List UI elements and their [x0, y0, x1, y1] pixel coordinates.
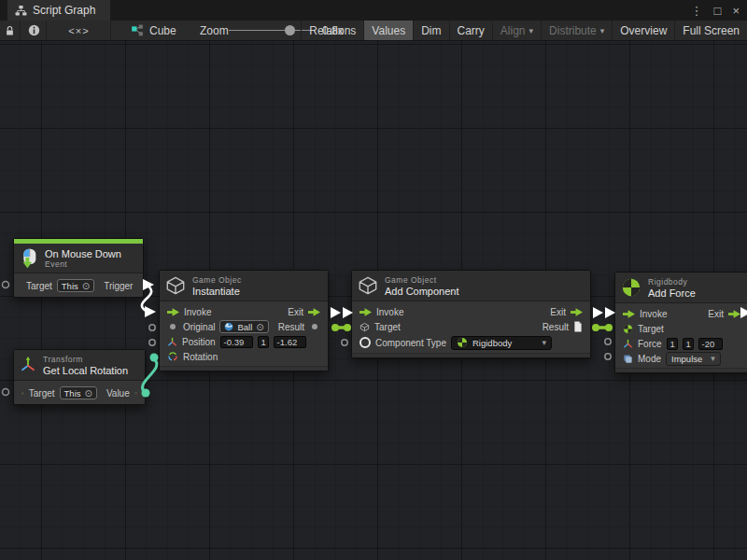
node-category: Game Objec [192, 275, 242, 285]
full-screen-button[interactable]: Full Screen [674, 21, 747, 40]
data-input-port[interactable] [170, 324, 176, 329]
dim-button[interactable]: Dim [413, 21, 448, 40]
force-y-field[interactable]: 1 [683, 338, 694, 350]
input-port-ring[interactable] [149, 325, 155, 330]
node-title: Add Force [648, 287, 696, 299]
lock-button[interactable] [0, 21, 21, 40]
node-add-component[interactable]: Game Object Add Component Invoke Exit [351, 270, 591, 358]
rotation-port-icon[interactable] [167, 351, 178, 362]
flow-input-port[interactable] [167, 308, 179, 316]
target-value-chip[interactable]: This ⊙ [60, 386, 97, 399]
node-instantiate[interactable]: Game Objec Instantiate Invoke Exit [159, 270, 329, 371]
input-port-ring[interactable] [149, 340, 155, 345]
force-x-field[interactable]: 1 [667, 338, 678, 350]
data-output-port[interactable] [312, 324, 317, 329]
distribute-button[interactable]: Distribute▾ [541, 21, 612, 40]
vector3-icon [167, 337, 177, 347]
position-x-field[interactable]: -0.39 [220, 336, 253, 348]
node-title: On Mouse Down [45, 248, 121, 259]
position-y-field[interactable]: 1 [258, 336, 269, 348]
graph-toolbar: <×> Cube Zoom 0.8x Relations Values Dim … [0, 21, 747, 41]
port-label-invoke: Invoke [184, 307, 211, 317]
input-port-ring[interactable] [605, 339, 611, 344]
input-port-ring[interactable] [3, 282, 9, 288]
port-label-exit: Exit [288, 307, 303, 317]
node-add-force[interactable]: Rigidbody Add Force Invoke Exit [614, 272, 747, 373]
data-link-endpoint[interactable] [344, 324, 351, 331]
info-button[interactable] [21, 21, 47, 40]
node-category: Event [45, 259, 121, 269]
tab-title: Script Graph [33, 4, 95, 17]
close-icon[interactable]: × [732, 5, 740, 17]
port-label-invoke: Invoke [376, 307, 403, 317]
flow-input-port[interactable] [359, 308, 372, 316]
data-wire-endpoint[interactable] [150, 354, 159, 362]
flow-link-arrowhead[interactable] [331, 307, 341, 318]
original-value-chip[interactable]: Ball ⊙ [219, 320, 268, 333]
relations-button[interactable]: Relations [301, 21, 363, 40]
flow-wire-arrowhead [143, 279, 154, 290]
component-type-dropdown[interactable]: Rigidbody ▾ [451, 336, 552, 350]
mode-dropdown[interactable]: Impulse ▾ [666, 352, 721, 366]
port-label-force: Force [638, 339, 662, 349]
input-port-ring[interactable] [3, 389, 9, 396]
input-port-ring[interactable] [605, 354, 611, 359]
chevron-down-icon: ▾ [542, 338, 546, 347]
title-bar: Script Graph ⋮ □ × [0, 0, 747, 21]
object-picker-icon[interactable]: ⊙ [85, 388, 92, 399]
object-picker-icon[interactable]: ⊙ [82, 281, 90, 291]
chevron-down-icon: ▾ [529, 26, 534, 35]
port-label-exit: Exit [550, 307, 566, 317]
graph-breadcrumb[interactable]: Cube [131, 21, 176, 40]
zoom-slider-handle[interactable] [285, 25, 295, 35]
ball-icon [224, 322, 233, 331]
carry-button[interactable]: Carry [449, 21, 492, 40]
node-get-local-rotation[interactable]: Transform Get Local Rotation Target This… [13, 349, 146, 405]
port-label-rotation: Rotation [183, 352, 218, 362]
rigidbody-icon [621, 277, 641, 298]
data-link-endpoint[interactable] [605, 324, 613, 331]
flow-output-port[interactable] [308, 308, 320, 316]
position-z-field[interactable]: -1.62 [274, 336, 306, 348]
zoom-slider[interactable] [229, 30, 311, 31]
port-label-target: Target [29, 388, 55, 399]
port-label-component-type: Component Type [375, 338, 446, 348]
graph-name: Cube [149, 24, 176, 37]
port-label-result: Result [543, 322, 569, 332]
chevron-down-icon: ▾ [711, 354, 715, 363]
flow-output-port[interactable] [728, 310, 740, 318]
node-on-mouse-down[interactable]: On Mouse Down Event Target This ⊙ Trigge… [13, 238, 144, 298]
graph-canvas[interactable]: On Mouse Down Event Target This ⊙ Trigge… [0, 41, 747, 560]
zoom-label: Zoom [200, 21, 229, 40]
align-button[interactable]: Align▾ [492, 21, 541, 40]
values-button[interactable]: Values [363, 21, 413, 40]
tab-script-graph[interactable]: Script Graph [7, 0, 110, 21]
info-icon [28, 24, 40, 36]
port-label-position: Position [182, 337, 216, 347]
transform-icon [20, 357, 36, 373]
maximize-icon[interactable]: □ [714, 5, 722, 17]
overview-button[interactable]: Overview [612, 21, 674, 40]
flow-input-port[interactable] [623, 310, 635, 318]
data-link-endpoint[interactable] [331, 324, 339, 331]
mouse-down-icon [20, 248, 38, 269]
input-port-ring[interactable] [342, 340, 347, 345]
node-category: Rigidbody [648, 277, 696, 287]
flow-link-arrowhead[interactable] [593, 307, 603, 318]
component-result-icon[interactable] [573, 321, 583, 332]
window-menu-icon[interactable]: ⋮ [691, 5, 703, 17]
port-label-exit: Exit [708, 309, 724, 319]
port-label-target: Target [374, 322, 401, 332]
script-graph-window: Script Graph ⋮ □ × <×> [0, 0, 747, 560]
force-z-field[interactable]: -20 [698, 338, 723, 350]
collapse-values-button[interactable]: <×> [48, 21, 111, 40]
type-input-port[interactable] [359, 337, 371, 348]
angle-x-icon: <×> [68, 25, 89, 36]
target-value-chip[interactable]: This ⊙ [57, 279, 94, 292]
flow-output-port[interactable] [571, 308, 583, 316]
node-title: Instantiate [192, 286, 242, 297]
object-picker-icon[interactable]: ⊙ [256, 322, 263, 332]
rotation-port-icon[interactable] [134, 387, 137, 399]
port-label-trigger: Trigger [104, 281, 133, 291]
data-link-endpoint[interactable] [592, 324, 599, 331]
